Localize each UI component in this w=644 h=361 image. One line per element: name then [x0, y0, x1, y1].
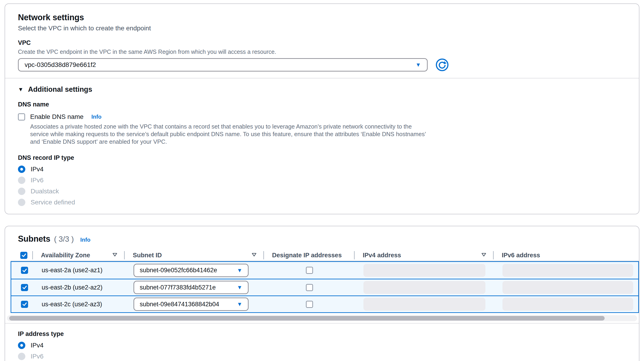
select-all-checkbox[interactable] [20, 252, 28, 259]
column-header-availability-zone[interactable]: Availability Zone [32, 250, 124, 261]
sort-icon[interactable] [481, 252, 486, 259]
subnets-counter: ( 3/3 ) [54, 235, 74, 244]
vpc-label: VPC [18, 39, 626, 46]
ipv6-address-field-disabled [502, 281, 633, 294]
column-divider [263, 251, 264, 259]
vpc-select[interactable]: vpc-0305d38d879e661f2 ▼ [18, 58, 428, 71]
ipv4-address-field-disabled [364, 264, 486, 277]
column-header-designate-ip[interactable]: Designate IP addresses [263, 250, 354, 261]
chevron-down-icon: ▼ [237, 268, 242, 273]
subnets-card: Subnets ( 3/3 ) Info Availability Zone S… [4, 226, 640, 361]
subnet-id-select[interactable]: subnet-09e84741368842b04 ▼ [134, 298, 248, 311]
row-select-checkbox[interactable] [21, 267, 28, 274]
radio-option-service-defined: Service defined [18, 199, 626, 206]
subnets-title: Subnets [18, 234, 50, 244]
dns-name-description: Associates a private hosted zone with th… [30, 123, 431, 146]
ipv4-address-field-disabled [364, 298, 486, 311]
expand-triangle-icon: ▼ [18, 86, 24, 93]
ipv4-address-field-disabled [364, 281, 486, 294]
sort-icon[interactable] [251, 252, 257, 259]
sort-icon[interactable] [112, 252, 118, 259]
table-row: us-east-2b (use2-az2) subnet-077f7383fd4… [11, 279, 638, 296]
dns-record-ip-type-label: DNS record IP type [18, 154, 626, 161]
section-divider [5, 78, 639, 78]
column-divider [493, 251, 494, 259]
availability-zone-cell: us-east-2a (use2-az1) [33, 262, 125, 279]
horizontal-scrollbar-thumb[interactable] [9, 316, 605, 321]
radio-icon[interactable] [18, 342, 25, 349]
additional-settings-heading: Additional settings [28, 85, 92, 94]
network-settings-subtitle: Select the VPC in which to create the en… [18, 24, 626, 32]
network-settings-title: Network settings [18, 13, 626, 22]
ip-address-type-group: IPv4 IPv6 Dualstack [18, 342, 626, 361]
radio-icon[interactable] [18, 166, 25, 173]
column-divider [32, 251, 33, 259]
subnets-table-body: us-east-2a (use2-az1) subnet-09e052fc66b… [10, 261, 639, 313]
row-select-checkbox[interactable] [21, 301, 28, 308]
radio-option-ipv4[interactable]: IPv4 [18, 342, 626, 349]
radio-icon [18, 353, 25, 360]
radio-option-ipv6: IPv6 [18, 177, 626, 184]
horizontal-scrollbar-track[interactable] [7, 315, 637, 321]
ipv6-address-field-disabled [502, 298, 633, 311]
enable-dns-name-checkbox[interactable] [18, 113, 25, 120]
availability-zone-cell: us-east-2b (use2-az2) [33, 279, 125, 296]
subnets-table-header: Availability Zone Subnet ID Designate IP… [10, 250, 639, 261]
radio-option-ipv4[interactable]: IPv4 [18, 166, 626, 173]
ipv6-address-field-disabled [502, 264, 633, 277]
chevron-down-icon: ▼ [416, 62, 421, 68]
row-select-checkbox[interactable] [21, 284, 28, 291]
radio-icon [18, 188, 25, 195]
column-divider [354, 251, 355, 259]
radio-icon [18, 177, 25, 184]
dns-name-label: DNS name [18, 101, 626, 108]
radio-option-dualstack: Dualstack [18, 188, 626, 195]
subnet-id-select[interactable]: subnet-077f7383fd4b5271e ▼ [134, 281, 248, 294]
vpc-select-value: vpc-0305d38d879e661f2 [25, 61, 416, 68]
designate-ip-checkbox[interactable] [306, 267, 313, 274]
chevron-down-icon: ▼ [237, 285, 242, 290]
column-divider [124, 251, 125, 259]
additional-settings-toggle[interactable]: ▼ Additional settings [18, 85, 626, 94]
ip-address-type-label: IP address type [18, 331, 626, 338]
designate-ip-checkbox[interactable] [306, 284, 313, 291]
table-row: us-east-2c (use2-az3) subnet-09e84741368… [11, 296, 638, 312]
enable-dns-name-checkbox-label: Enable DNS name [30, 113, 84, 120]
designate-ip-checkbox[interactable] [306, 301, 313, 308]
network-settings-card: Network settings Select the VPC in which… [4, 3, 640, 214]
subnet-id-select[interactable]: subnet-09e052fc66b41462e ▼ [134, 264, 248, 277]
dns-name-info-link[interactable]: Info [92, 114, 102, 120]
chevron-down-icon: ▼ [237, 302, 242, 307]
column-header-subnet-id[interactable]: Subnet ID [124, 250, 263, 261]
column-header-ipv4-address[interactable]: IPv4 address [354, 250, 493, 261]
dns-record-ip-type-group: IPv4 IPv6 Dualstack Service defined [18, 166, 626, 206]
refresh-button[interactable] [436, 58, 449, 71]
subnets-info-link[interactable]: Info [80, 237, 90, 243]
column-header-ipv6-address[interactable]: IPv6 address [493, 250, 639, 261]
radio-icon [18, 199, 25, 206]
table-row: us-east-2a (use2-az1) subnet-09e052fc66b… [11, 262, 638, 279]
refresh-icon [436, 69, 449, 72]
vpc-description: Create the VPC endpoint in the VPC in th… [18, 48, 626, 55]
availability-zone-cell: us-east-2c (use2-az3) [33, 296, 125, 312]
radio-option-ipv6: IPv6 [18, 353, 626, 360]
